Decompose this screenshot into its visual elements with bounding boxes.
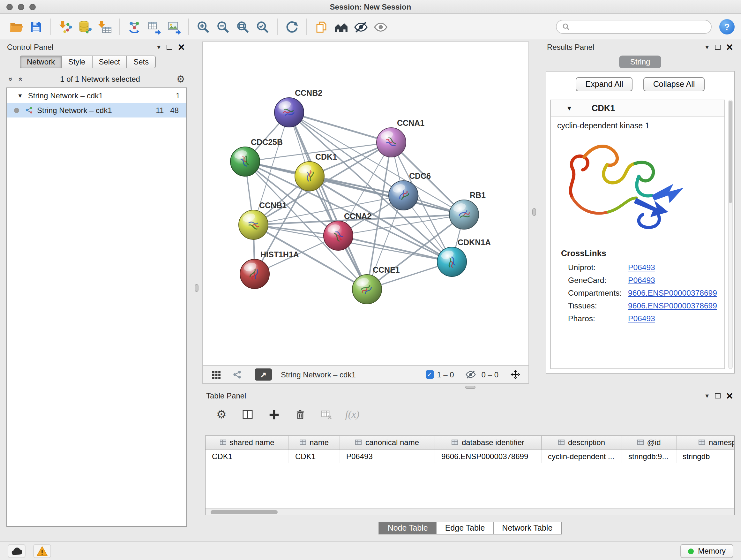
- function-builder-button[interactable]: f(x): [345, 407, 360, 422]
- float-panel-icon[interactable]: [715, 45, 721, 50]
- collapse-panel-icon[interactable]: ▼: [704, 44, 710, 50]
- open-in-window-button[interactable]: ↗: [255, 368, 272, 381]
- grid-view-button[interactable]: [209, 368, 224, 381]
- copy-button[interactable]: [312, 17, 331, 37]
- export-image-button[interactable]: [164, 17, 184, 37]
- open-session-button[interactable]: [6, 17, 26, 37]
- close-panel-icon[interactable]: ✕: [726, 391, 733, 400]
- splitter-handle[interactable]: [195, 284, 199, 292]
- scrollbar-thumb[interactable]: [211, 510, 278, 514]
- help-button[interactable]: ?: [719, 19, 735, 35]
- column-header-description[interactable]: description: [541, 436, 622, 449]
- zoom-in-button[interactable]: [193, 17, 213, 37]
- crosslink-value[interactable]: 9606.ENSP00000378699: [628, 301, 717, 310]
- import-network-file-button[interactable]: [56, 17, 75, 37]
- tab-network[interactable]: Network: [20, 56, 62, 68]
- import-network-database-button[interactable]: [75, 17, 95, 37]
- minimize-window-button[interactable]: [18, 4, 24, 10]
- delete-column-button[interactable]: [292, 407, 308, 422]
- show-columns-button[interactable]: [240, 407, 255, 422]
- collapse-panel-icon[interactable]: ▼: [704, 393, 710, 399]
- cell-canonical-name[interactable]: P06493: [340, 449, 434, 463]
- crosslink-value[interactable]: 9606.ENSP00000378699: [628, 289, 717, 298]
- column-header-namespace[interactable]: namespace: [676, 436, 735, 449]
- table-horizontal-scrollbar[interactable]: [205, 508, 734, 515]
- network-options-gear-icon[interactable]: ⚙: [177, 74, 185, 84]
- table-row[interactable]: CDK1 CDK1 P06493 9606.ENSP00000378699 cy…: [205, 449, 735, 463]
- network-node-HIST1H1A[interactable]: HIST1H1A: [240, 250, 299, 289]
- splitter-handle[interactable]: [532, 208, 536, 216]
- hide-selected-button[interactable]: [351, 17, 371, 37]
- table-settings-button[interactable]: ⚙: [214, 407, 229, 422]
- network-node-CCNA1[interactable]: CCNA1: [377, 118, 424, 157]
- crosslink-value[interactable]: P06493: [628, 276, 655, 285]
- column-header-name[interactable]: name: [288, 436, 340, 449]
- collapse-arrow-icon[interactable]: ▼: [566, 105, 572, 112]
- crosslink-value[interactable]: P06493: [628, 314, 655, 323]
- float-panel-icon[interactable]: [715, 393, 721, 398]
- network-canvas[interactable]: CCNB2CCNA1CDC25BCDK1CDC6RB1CCNB1CCNA2CDK…: [203, 42, 529, 365]
- add-column-button[interactable]: [266, 407, 281, 422]
- network-row-selected[interactable]: String Network – cdk1 11 48: [7, 103, 186, 118]
- memory-button[interactable]: Memory: [680, 544, 733, 558]
- close-panel-icon[interactable]: ✕: [178, 43, 185, 52]
- import-table-button[interactable]: [95, 17, 115, 37]
- cell-id[interactable]: stringdb:9...: [622, 449, 676, 463]
- collapse-arrow-icon[interactable]: ▼: [17, 92, 23, 99]
- first-neighbors-button[interactable]: [331, 17, 351, 37]
- close-window-button[interactable]: [6, 4, 13, 10]
- network-node-CCNB2[interactable]: CCNB2: [274, 88, 322, 127]
- tab-sets[interactable]: Sets: [126, 56, 156, 68]
- tab-node-table[interactable]: Node Table: [379, 522, 437, 535]
- network-edge[interactable]: [338, 236, 452, 262]
- network-overview-button[interactable]: [229, 368, 245, 381]
- splitter-handle[interactable]: [465, 386, 475, 389]
- close-panel-icon[interactable]: ✕: [726, 43, 733, 52]
- maximize-window-button[interactable]: [29, 4, 36, 10]
- node-section-header[interactable]: ▼ CDK1: [551, 100, 724, 117]
- save-session-button[interactable]: [26, 17, 46, 37]
- pan-mode-button[interactable]: [508, 368, 523, 381]
- expand-all-tree-icon[interactable]: »: [7, 75, 15, 83]
- crosslink-value[interactable]: P06493: [628, 263, 655, 272]
- network-edge[interactable]: [289, 112, 367, 289]
- tab-style[interactable]: Style: [61, 56, 92, 68]
- collapse-panel-icon[interactable]: ▼: [156, 44, 162, 50]
- column-header-id[interactable]: @id: [622, 436, 676, 449]
- cloud-button[interactable]: [8, 544, 25, 558]
- column-header-database-identifier[interactable]: database identifier: [434, 436, 541, 449]
- cell-database-identifier[interactable]: 9606.ENSP00000378699: [434, 449, 541, 463]
- network-edge[interactable]: [289, 112, 391, 142]
- hidden-items-button[interactable]: [463, 368, 478, 381]
- cell-namespace[interactable]: stringdb: [676, 449, 735, 463]
- tab-string[interactable]: String: [619, 56, 661, 68]
- column-header-canonical-name[interactable]: canonical name: [340, 436, 434, 449]
- export-table-button[interactable]: [144, 17, 164, 37]
- cell-name[interactable]: CDK1: [288, 449, 340, 463]
- tab-edge-table[interactable]: Edge Table: [436, 522, 494, 535]
- zoom-out-button[interactable]: [213, 17, 233, 37]
- tab-network-table[interactable]: Network Table: [493, 522, 561, 535]
- cell-shared-name[interactable]: CDK1: [205, 449, 288, 463]
- show-all-button[interactable]: [371, 17, 391, 37]
- column-header-shared-name[interactable]: shared name: [205, 436, 288, 449]
- delete-table-button[interactable]: [319, 407, 334, 422]
- warnings-button[interactable]: [33, 544, 51, 558]
- tab-select[interactable]: Select: [91, 56, 127, 68]
- expand-all-button[interactable]: Expand All: [576, 77, 633, 91]
- float-panel-icon[interactable]: [167, 45, 173, 50]
- refresh-button[interactable]: [282, 17, 302, 37]
- zoom-fit-button[interactable]: [233, 17, 253, 37]
- new-network-from-selection-button[interactable]: [125, 17, 144, 37]
- zoom-selected-button[interactable]: [253, 17, 273, 37]
- selected-checkbox-icon[interactable]: ✓: [425, 370, 434, 379]
- cell-description[interactable]: cyclin-dependent ...: [541, 449, 622, 463]
- network-node-CDK1[interactable]: CDK1: [295, 152, 337, 191]
- search-input[interactable]: [573, 23, 705, 30]
- network-node-CCNB1[interactable]: CCNB1: [239, 201, 286, 240]
- collapse-all-tree-icon[interactable]: »: [16, 75, 23, 83]
- network-node-CDKN1A[interactable]: CDKN1A: [437, 238, 491, 276]
- network-node-RB1[interactable]: RB1: [449, 191, 486, 229]
- network-collection-row[interactable]: ▼ String Network – cdk1 1: [7, 88, 186, 103]
- collapse-all-button[interactable]: Collapse All: [644, 77, 704, 91]
